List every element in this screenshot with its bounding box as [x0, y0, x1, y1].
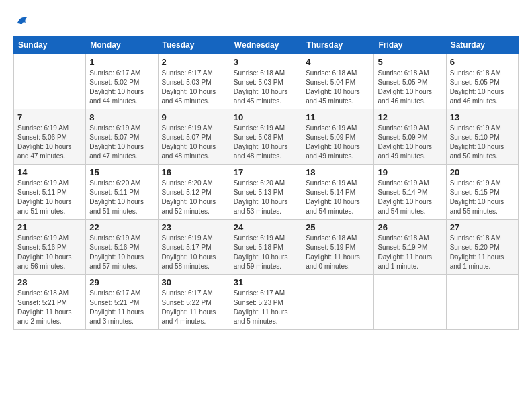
logo-bird-icon — [15, 13, 30, 29]
day-info: Sunrise: 6:19 AMSunset: 5:07 PMDaylight:… — [89, 124, 154, 161]
day-info: Sunrise: 6:19 AMSunset: 5:16 PMDaylight:… — [17, 234, 82, 271]
calendar-header-thursday: Thursday — [302, 36, 374, 54]
day-number: 31 — [234, 277, 298, 287]
calendar-cell: 7Sunrise: 6:19 AMSunset: 5:06 PMDaylight… — [14, 109, 86, 164]
day-info: Sunrise: 6:19 AMSunset: 5:14 PMDaylight:… — [378, 179, 442, 216]
calendar-cell: 13Sunrise: 6:19 AMSunset: 5:10 PMDayligh… — [446, 109, 518, 164]
day-number: 12 — [378, 112, 442, 122]
calendar-week-4: 21Sunrise: 6:19 AMSunset: 5:16 PMDayligh… — [14, 219, 519, 274]
calendar-header-tuesday: Tuesday — [158, 36, 230, 54]
calendar-cell: 21Sunrise: 6:19 AMSunset: 5:16 PMDayligh… — [14, 219, 86, 274]
day-number: 23 — [162, 222, 226, 232]
logo — [13, 13, 30, 29]
calendar-week-1: 1Sunrise: 6:17 AMSunset: 5:02 PMDaylight… — [14, 54, 519, 109]
calendar-cell: 12Sunrise: 6:19 AMSunset: 5:09 PMDayligh… — [374, 109, 446, 164]
calendar-cell: 6Sunrise: 6:18 AMSunset: 5:05 PMDaylight… — [446, 54, 518, 109]
calendar-cell — [14, 54, 86, 109]
day-number: 27 — [450, 222, 515, 232]
day-number: 25 — [306, 222, 370, 232]
day-number: 10 — [234, 112, 298, 122]
day-info: Sunrise: 6:19 AMSunset: 5:09 PMDaylight:… — [306, 124, 370, 161]
calendar-week-2: 7Sunrise: 6:19 AMSunset: 5:06 PMDaylight… — [14, 109, 519, 164]
calendar-cell: 26Sunrise: 6:18 AMSunset: 5:19 PMDayligh… — [374, 219, 446, 274]
calendar-cell: 10Sunrise: 6:19 AMSunset: 5:08 PMDayligh… — [230, 109, 302, 164]
day-info: Sunrise: 6:18 AMSunset: 5:05 PMDaylight:… — [378, 68, 442, 106]
calendar-cell: 5Sunrise: 6:18 AMSunset: 5:05 PMDaylight… — [374, 54, 446, 109]
calendar-cell: 9Sunrise: 6:19 AMSunset: 5:07 PMDaylight… — [158, 109, 230, 164]
calendar-cell: 16Sunrise: 6:20 AMSunset: 5:12 PMDayligh… — [158, 164, 230, 219]
day-number: 18 — [306, 167, 370, 177]
day-number: 16 — [162, 167, 226, 177]
day-number: 20 — [450, 167, 515, 177]
day-number: 17 — [234, 167, 298, 177]
calendar-cell: 30Sunrise: 6:17 AMSunset: 5:22 PMDayligh… — [158, 274, 230, 329]
calendar-cell: 29Sunrise: 6:17 AMSunset: 5:21 PMDayligh… — [86, 274, 158, 329]
page-header — [13, 13, 519, 29]
day-number: 15 — [89, 167, 154, 177]
day-info: Sunrise: 6:19 AMSunset: 5:10 PMDaylight:… — [450, 124, 515, 161]
day-info: Sunrise: 6:19 AMSunset: 5:07 PMDaylight:… — [162, 124, 226, 161]
day-info: Sunrise: 6:18 AMSunset: 5:19 PMDaylight:… — [378, 234, 442, 271]
day-info: Sunrise: 6:19 AMSunset: 5:18 PMDaylight:… — [234, 234, 298, 271]
calendar-cell: 18Sunrise: 6:19 AMSunset: 5:14 PMDayligh… — [302, 164, 374, 219]
calendar-cell — [446, 274, 518, 329]
day-number: 1 — [89, 57, 154, 67]
day-info: Sunrise: 6:18 AMSunset: 5:03 PMDaylight:… — [234, 68, 298, 106]
calendar-cell: 8Sunrise: 6:19 AMSunset: 5:07 PMDaylight… — [86, 109, 158, 164]
calendar-cell: 20Sunrise: 6:19 AMSunset: 5:15 PMDayligh… — [446, 164, 518, 219]
calendar-cell — [374, 274, 446, 329]
day-number: 21 — [17, 222, 82, 232]
day-number: 9 — [162, 112, 226, 122]
day-info: Sunrise: 6:18 AMSunset: 5:20 PMDaylight:… — [450, 234, 515, 271]
calendar-cell: 4Sunrise: 6:18 AMSunset: 5:04 PMDaylight… — [302, 54, 374, 109]
day-number: 13 — [450, 112, 515, 122]
day-number: 4 — [306, 57, 370, 67]
day-number: 29 — [89, 277, 154, 287]
day-info: Sunrise: 6:17 AMSunset: 5:23 PMDaylight:… — [234, 289, 298, 326]
day-info: Sunrise: 6:20 AMSunset: 5:12 PMDaylight:… — [162, 179, 226, 216]
calendar-cell: 2Sunrise: 6:17 AMSunset: 5:03 PMDaylight… — [158, 54, 230, 109]
day-number: 30 — [162, 277, 226, 287]
day-info: Sunrise: 6:19 AMSunset: 5:16 PMDaylight:… — [89, 234, 154, 271]
day-info: Sunrise: 6:18 AMSunset: 5:04 PMDaylight:… — [306, 68, 370, 106]
day-info: Sunrise: 6:18 AMSunset: 5:19 PMDaylight:… — [306, 234, 370, 271]
calendar-cell: 27Sunrise: 6:18 AMSunset: 5:20 PMDayligh… — [446, 219, 518, 274]
day-number: 6 — [450, 57, 515, 67]
calendar-cell: 3Sunrise: 6:18 AMSunset: 5:03 PMDaylight… — [230, 54, 302, 109]
calendar-cell: 23Sunrise: 6:19 AMSunset: 5:17 PMDayligh… — [158, 219, 230, 274]
day-info: Sunrise: 6:17 AMSunset: 5:03 PMDaylight:… — [162, 68, 226, 106]
calendar-cell: 25Sunrise: 6:18 AMSunset: 5:19 PMDayligh… — [302, 219, 374, 274]
day-info: Sunrise: 6:19 AMSunset: 5:11 PMDaylight:… — [17, 179, 82, 216]
day-number: 11 — [306, 112, 370, 122]
calendar-cell: 28Sunrise: 6:18 AMSunset: 5:21 PMDayligh… — [14, 274, 86, 329]
day-info: Sunrise: 6:19 AMSunset: 5:06 PMDaylight:… — [17, 124, 82, 161]
calendar-cell: 14Sunrise: 6:19 AMSunset: 5:11 PMDayligh… — [14, 164, 86, 219]
calendar-cell: 17Sunrise: 6:20 AMSunset: 5:13 PMDayligh… — [230, 164, 302, 219]
day-number: 2 — [162, 57, 226, 67]
day-number: 22 — [89, 222, 154, 232]
day-info: Sunrise: 6:19 AMSunset: 5:15 PMDaylight:… — [450, 179, 515, 216]
calendar-cell: 15Sunrise: 6:20 AMSunset: 5:11 PMDayligh… — [86, 164, 158, 219]
calendar-week-3: 14Sunrise: 6:19 AMSunset: 5:11 PMDayligh… — [14, 164, 519, 219]
day-info: Sunrise: 6:17 AMSunset: 5:21 PMDaylight:… — [89, 289, 154, 326]
calendar-header-wednesday: Wednesday — [230, 36, 302, 54]
calendar-header-row: SundayMondayTuesdayWednesdayThursdayFrid… — [14, 36, 519, 54]
day-number: 14 — [17, 167, 82, 177]
day-number: 19 — [378, 167, 442, 177]
calendar-header-saturday: Saturday — [446, 36, 518, 54]
day-number: 28 — [17, 277, 82, 287]
calendar-table: SundayMondayTuesdayWednesdayThursdayFrid… — [13, 36, 519, 330]
day-info: Sunrise: 6:18 AMSunset: 5:21 PMDaylight:… — [17, 289, 82, 326]
calendar-cell: 31Sunrise: 6:17 AMSunset: 5:23 PMDayligh… — [230, 274, 302, 329]
day-info: Sunrise: 6:17 AMSunset: 5:02 PMDaylight:… — [89, 68, 154, 106]
calendar-header-monday: Monday — [86, 36, 158, 54]
day-info: Sunrise: 6:20 AMSunset: 5:13 PMDaylight:… — [234, 179, 298, 216]
calendar-header-friday: Friday — [374, 36, 446, 54]
day-info: Sunrise: 6:17 AMSunset: 5:22 PMDaylight:… — [162, 289, 226, 326]
calendar-cell: 24Sunrise: 6:19 AMSunset: 5:18 PMDayligh… — [230, 219, 302, 274]
day-info: Sunrise: 6:19 AMSunset: 5:08 PMDaylight:… — [234, 124, 298, 161]
day-info: Sunrise: 6:19 AMSunset: 5:17 PMDaylight:… — [162, 234, 226, 271]
day-number: 24 — [234, 222, 298, 232]
calendar-cell: 19Sunrise: 6:19 AMSunset: 5:14 PMDayligh… — [374, 164, 446, 219]
day-number: 3 — [234, 57, 298, 67]
